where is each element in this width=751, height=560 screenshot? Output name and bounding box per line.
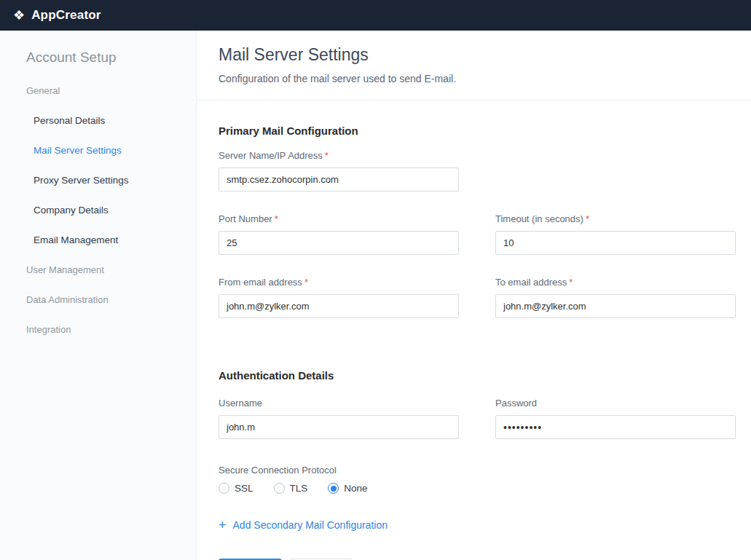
timeout-input[interactable] [495,231,736,255]
server-name-label: Server Name/IP Address* [219,150,736,161]
page-header: Mail Server Settings Configuration of th… [197,31,751,100]
required-marker: * [569,277,573,288]
auth-details-heading: Authentication Details [219,369,736,382]
from-email-label: From email address* [219,277,459,288]
settings-sidebar: Account Setup General Personal Details M… [0,31,197,560]
required-marker: * [275,213,278,224]
timeout-label: Timeout (in seconds)* [495,213,736,224]
radio-ssl[interactable]: SSL [219,483,253,494]
to-email-label: To email address* [495,277,736,288]
server-name-field: Server Name/IP Address* [219,150,736,192]
from-email-input[interactable] [219,294,459,318]
username-field: Username [219,398,459,439]
port-number-label: Port Number* [219,213,459,224]
radio-none[interactable]: None [328,483,367,494]
main-panel: Mail Server Settings Configuration of th… [197,31,751,560]
port-number-field: Port Number* [219,213,459,255]
radio-tls-label: TLS [290,483,308,494]
password-label: Password [495,398,736,409]
timeout-label-text: Timeout (in seconds) [495,213,583,224]
timeout-field: Timeout (in seconds)* [495,213,736,255]
page-title: Mail Server Settings [219,45,736,65]
server-name-label-text: Server Name/IP Address [219,150,323,161]
required-marker: * [325,150,329,161]
sidebar-item-data-administration[interactable]: Data Administration [0,285,196,315]
plus-icon: + [219,518,227,532]
sidebar-nav: General Personal Details Mail Server Set… [0,76,196,344]
secure-protocol-group: Secure Connection Protocol SSL TLS None [219,465,736,494]
radio-none-label: None [344,483,367,494]
server-name-input[interactable] [219,167,459,192]
app-logo-icon: ❖ [13,9,25,22]
add-secondary-mail-link[interactable]: + Add Secondary Mail Configuration [219,518,388,532]
to-email-field: To email address* [495,277,736,318]
radio-ssl-label: SSL [235,483,253,494]
to-email-input[interactable] [495,294,736,318]
protocol-radio-group: SSL TLS None [219,483,736,494]
secure-protocol-label: Secure Connection Protocol [219,465,736,476]
page-subtitle: Configuration of the mail server used to… [219,73,736,84]
mail-server-form: Primary Mail Configuration Server Name/I… [197,100,751,560]
username-input[interactable] [219,415,459,439]
primary-config-heading: Primary Mail Configuration [219,125,736,137]
sidebar-item-mail-server-settings[interactable]: Mail Server Settings [0,135,196,165]
sidebar-item-user-management[interactable]: User Management [0,255,196,285]
required-marker: * [586,213,589,224]
radio-tls[interactable]: TLS [274,483,308,494]
from-email-field: From email address* [219,277,459,318]
sidebar-item-integration[interactable]: Integration [0,315,196,344]
to-email-label-text: To email address [495,277,567,288]
sidebar-item-proxy-server-settings[interactable]: Proxy Server Settings [0,165,196,195]
sidebar-title: Account Setup [26,50,196,66]
radio-none-circle[interactable] [328,483,339,494]
required-marker: * [304,277,308,288]
radio-tls-circle[interactable] [274,483,285,494]
port-number-input[interactable] [219,231,459,255]
radio-ssl-circle[interactable] [219,483,229,494]
sidebar-item-company-details[interactable]: Company Details [0,195,196,225]
top-app-bar: ❖ AppCreator [0,0,751,31]
app-name: AppCreator [31,8,101,23]
sidebar-item-email-management[interactable]: Email Management [0,225,196,255]
password-input[interactable] [495,415,736,439]
password-field: Password [495,398,736,439]
sidebar-item-personal-details[interactable]: Personal Details [0,106,196,135]
sidebar-item-general[interactable]: General [0,76,196,106]
add-secondary-mail-label: Add Secondary Mail Configuration [233,519,388,531]
port-number-label-text: Port Number [219,213,272,224]
username-label: Username [219,398,459,409]
from-email-label-text: From email address [219,277,302,288]
